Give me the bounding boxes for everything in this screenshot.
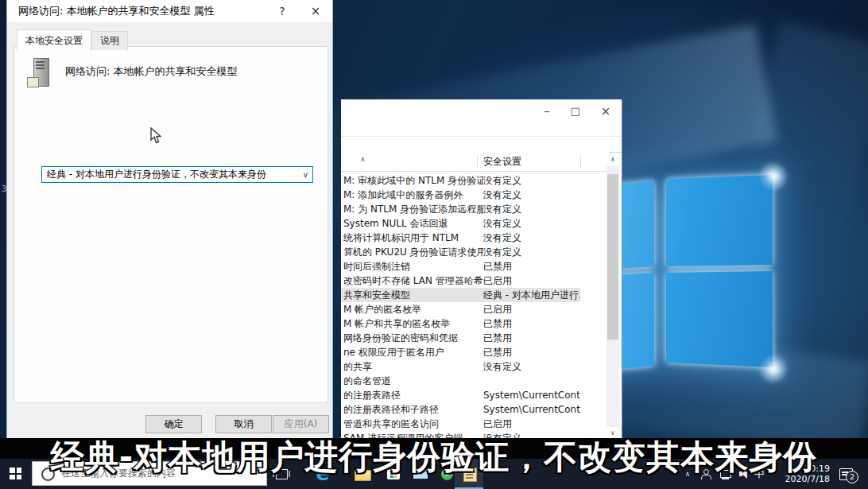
policy-name: 改密码时不存储 LAN 管理器哈希值 xyxy=(341,274,483,288)
video-subtitle: 经典-对本地用户进行身份验证，不改变其本来身份 xyxy=(0,435,868,479)
vertical-scrollbar[interactable]: ∧ ∨ xyxy=(606,153,619,440)
help-button[interactable]: ? xyxy=(270,0,294,22)
list-header[interactable]: ∧ 安全设置 xyxy=(341,152,609,172)
policy-name: 的注册表路径 xyxy=(341,388,483,402)
local-security-policy-window[interactable]: – □ × ∧ 安全设置 M: 审核此域中的 NTLM 身份验证没有定义 M: … xyxy=(341,99,622,443)
policy-setting: 没有定义 xyxy=(483,173,580,188)
apply-button[interactable]: 应用(A) xyxy=(273,415,329,433)
policy-name: M: 审核此域中的 NTLM 身份验证 xyxy=(341,173,483,188)
policy-row[interactable]: 改密码时不存储 LAN 管理器哈希值已启用 xyxy=(341,274,580,288)
policy-name: 时间后强制注销 xyxy=(341,259,483,274)
setting-column-header[interactable]: 安全设置 xyxy=(483,155,521,169)
policy-name: M 帐户和共享的匿名枚举 xyxy=(341,316,483,331)
policy-setting: 已禁用 xyxy=(483,345,580,359)
policy-setting: 已启用 xyxy=(483,274,580,288)
policy-row[interactable]: 的注册表路径System\CurrentContro... xyxy=(341,388,580,402)
dialog-titlebar[interactable]: 网络访问: 本地帐户的共享和安全模型 属性 ? × xyxy=(7,0,332,22)
minimize-button[interactable]: – xyxy=(533,99,561,123)
policy-setting: System\CurrentContro... xyxy=(483,388,580,402)
policy-setting: 已启用 xyxy=(483,417,580,431)
mouse-cursor xyxy=(150,127,161,144)
security-policy-icon xyxy=(27,58,54,90)
menu-bar xyxy=(341,123,622,137)
close-button[interactable]: × xyxy=(591,99,620,123)
policy-name: System NULL 会话回退 xyxy=(341,216,483,231)
tab-page: 网络访问: 本地帐户的共享和安全模型 经典 - 对本地用户进行身份验证，不改变其… xyxy=(14,46,328,403)
policy-name: M 帐户的匿名枚举 xyxy=(341,302,483,316)
policy-setting: 已禁用 xyxy=(483,259,580,274)
chevron-down-icon: ∨ xyxy=(303,167,308,182)
tab-strip: 本地安全设置 说明 xyxy=(17,29,128,50)
policy-name: 网络身份验证的密码和凭据 xyxy=(341,331,483,345)
policy-list: M: 审核此域中的 NTLM 身份验证没有定义 M: 添加此域中的服务器例外没有… xyxy=(341,173,580,445)
policy-row[interactable]: M: 为 NTLM 身份验证添加远程服务器...没有定义 xyxy=(341,202,580,216)
policy-setting: 没有定义 xyxy=(483,245,580,259)
policy-name: 统将计算机标识用于 NTLM xyxy=(341,231,483,245)
light-glint xyxy=(753,348,794,390)
policy-setting: 没有定义 xyxy=(483,188,580,202)
policy-row[interactable]: 算机的 PKU2U 身份验证请求使用联...没有定义 xyxy=(341,245,580,259)
policy-row[interactable]: ne 权限应用于匿名用户已禁用 xyxy=(341,345,580,359)
policy-row-selected[interactable]: 共享和安全模型经典 - 对本地用户进行... xyxy=(341,288,580,302)
scroll-up-icon[interactable]: ∧ xyxy=(606,153,619,166)
sort-ascending-icon: ∧ xyxy=(360,155,366,163)
policy-setting: 没有定义 xyxy=(483,202,580,216)
column-divider[interactable] xyxy=(477,155,478,168)
policy-row[interactable]: M 帐户的匿名枚举已启用 xyxy=(341,302,580,316)
tab-local-security-setting[interactable]: 本地安全设置 xyxy=(17,29,91,51)
tab-explain[interactable]: 说明 xyxy=(91,31,128,50)
policy-setting: 经典 - 对本地用户进行... xyxy=(483,288,580,302)
policy-properties-dialog[interactable]: 网络访问: 本地帐户的共享和安全模型 属性 ? × 本地安全设置 说明 网络访问… xyxy=(6,0,333,440)
close-icon[interactable]: × xyxy=(304,0,327,22)
policy-setting: 没有定义 xyxy=(483,231,580,245)
policy-name: 的命名管道 xyxy=(341,374,483,388)
security-setting-dropdown[interactable]: 经典 - 对本地用户进行身份验证，不改变其本来身份 ∨ xyxy=(41,166,313,183)
policy-setting: 已启用 xyxy=(483,302,580,316)
policy-name: 算机的 PKU2U 身份验证请求使用联... xyxy=(341,245,483,259)
dropdown-value: 经典 - 对本地用户进行身份验证，不改变其本来身份 xyxy=(47,169,266,180)
policy-name: 的共享 xyxy=(341,359,483,374)
policy-setting: 已禁用 xyxy=(483,331,580,345)
light-glint xyxy=(753,156,794,197)
policy-setting: 已禁用 xyxy=(483,316,580,331)
policy-row[interactable]: System NULL 会话回退没有定义 xyxy=(341,216,580,231)
policy-name: 共享和安全模型 xyxy=(341,288,483,302)
policy-row[interactable]: 统将计算机标识用于 NTLM没有定义 xyxy=(341,231,580,245)
policy-row[interactable]: 网络身份验证的密码和凭据已禁用 xyxy=(341,331,580,345)
scrollbar-thumb[interactable] xyxy=(607,174,618,340)
policy-name-label: 网络访问: 本地帐户的共享和安全模型 xyxy=(65,64,304,79)
policy-name: ne 权限应用于匿名用户 xyxy=(341,345,483,359)
policy-setting: System\CurrentContro... xyxy=(483,402,580,417)
policy-row[interactable]: 时间后强制注销已禁用 xyxy=(341,259,580,274)
policy-name: 管道和共享的匿名访问 xyxy=(341,417,483,431)
policy-row[interactable]: 管道和共享的匿名访问已启用 xyxy=(341,417,580,431)
policy-name: 的注册表路径和子路径 xyxy=(341,402,483,417)
policy-row[interactable]: M: 添加此域中的服务器例外没有定义 xyxy=(341,188,580,202)
policy-row[interactable]: 的注册表路径和子路径System\CurrentContro... xyxy=(341,402,580,417)
cancel-button[interactable]: 取消 xyxy=(215,415,272,433)
policy-setting: 没有定义 xyxy=(483,359,580,374)
ok-button[interactable]: 确定 xyxy=(145,415,202,433)
paper-shape xyxy=(27,77,39,87)
policy-setting: 没有定义 xyxy=(483,216,580,231)
maximize-button[interactable]: □ xyxy=(561,99,590,123)
column-divider[interactable] xyxy=(580,155,581,168)
tool-bar xyxy=(341,137,622,153)
policy-name: M: 添加此域中的服务器例外 xyxy=(341,188,483,202)
policy-row[interactable]: M: 审核此域中的 NTLM 身份验证没有定义 xyxy=(341,173,580,188)
policy-row[interactable]: 的命名管道 xyxy=(341,374,580,388)
policy-row[interactable]: 的共享没有定义 xyxy=(341,359,580,374)
policy-setting xyxy=(483,374,580,388)
policy-name: M: 为 NTLM 身份验证添加远程服务器... xyxy=(341,202,483,216)
dialog-title: 网络访问: 本地帐户的共享和安全模型 属性 xyxy=(18,0,215,22)
policy-row[interactable]: M 帐户和共享的匿名枚举已禁用 xyxy=(341,316,580,331)
